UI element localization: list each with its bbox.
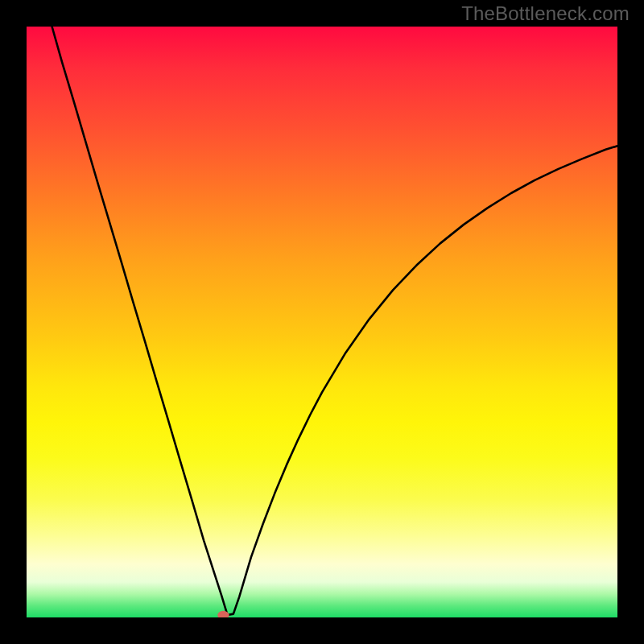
chart-frame: TheBottleneck.com: [0, 0, 644, 644]
curve-layer: [27, 27, 617, 617]
bottleneck-curve: [52, 27, 617, 615]
watermark-text: TheBottleneck.com: [461, 2, 630, 25]
